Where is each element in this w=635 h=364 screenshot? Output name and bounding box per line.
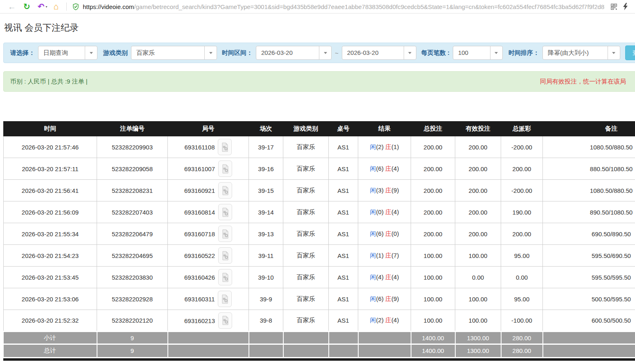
subtotal-label: 小计 [4, 332, 97, 344]
round-number: 693160213 [184, 317, 215, 324]
table-row: 2026-03-20 21:54:23523282204695693160522… [4, 245, 635, 267]
banker-result-score: (7) [391, 252, 399, 259]
cell-payout: 190.00 [501, 201, 543, 223]
cell-time: 2026-03-20 21:53:45 [4, 267, 97, 288]
cell-remark: 690.50/890.50 [543, 223, 635, 245]
video-replay-icon[interactable] [218, 161, 232, 177]
cell-table-number: AS1 [329, 180, 358, 201]
chevron-down-icon[interactable] [490, 46, 502, 59]
url-text[interactable]: https://videoie.com/game/betrecord_searc… [83, 3, 605, 10]
cell-valid-bet: 100.00 [455, 288, 501, 310]
sort-select[interactable]: 降幂(由大到小) [542, 46, 620, 60]
video-replay-icon[interactable] [218, 226, 232, 242]
cell-total-bet[interactable]: 100.00 [411, 310, 455, 332]
address-bar[interactable]: https://videoie.com/game/betrecord_searc… [71, 3, 605, 10]
cell-game-category: 百家乐 [283, 267, 329, 288]
cell-result: 闲(3) 庄(9) [358, 180, 411, 201]
cell-time: 2026-03-20 21:53:06 [4, 288, 97, 310]
cell-time: 2026-03-20 21:55:34 [4, 223, 97, 245]
cell-session: 39-16 [249, 158, 283, 180]
cell-valid-bet: 100.00 [455, 310, 501, 332]
cell-game-category: 百家乐 [283, 310, 329, 332]
sort-label: 时间排序： [508, 49, 539, 57]
cell-session: 39-9 [249, 288, 283, 310]
cell-game-category: 百家乐 [283, 223, 329, 245]
cell-table-number: AS1 [329, 267, 358, 288]
page-title: 视讯 会员下注纪录 [4, 22, 635, 34]
cell-time: 2026-03-20 21:56:09 [4, 201, 97, 223]
player-result-score: (6) [376, 230, 384, 237]
chevron-down-icon[interactable] [404, 46, 416, 59]
banker-result-label: 庄 [385, 252, 391, 259]
chevron-down-icon[interactable] [608, 46, 620, 59]
player-result-score: (6) [376, 295, 384, 302]
cell-remark: 890.50/1080.50 [543, 201, 635, 223]
url-path: /game/betrecord_search/kind3?GameType=30… [134, 3, 605, 10]
column-header-0: 时间 [4, 122, 97, 136]
cell-payout: 95.00 [501, 245, 543, 267]
cell-time: 2026-03-20 21:54:23 [4, 245, 97, 267]
cell-total-bet[interactable]: 200.00 [411, 180, 455, 201]
table-row: 2026-03-20 21:57:46523282209903693161108… [4, 136, 635, 158]
cell-time: 2026-03-20 21:52:32 [4, 310, 97, 332]
round-number: 693161007 [184, 165, 215, 172]
chevron-down-icon[interactable] [85, 46, 97, 59]
round-number: 693160311 [185, 296, 215, 303]
valid-bet-warning-text: 同局有效投注，统一计算在该局 [540, 78, 626, 86]
cell-total-bet[interactable]: 200.00 [411, 223, 455, 245]
player-result-score: (0) [376, 208, 384, 215]
bet-records-table-wrap: 时间注单编号局号场次游戏类别桌号结果总投注有效投注总派彩备注 2026-03-2… [3, 121, 635, 361]
table-header-row: 时间注单编号局号场次游戏类别桌号结果总投注有效投注总派彩备注 [4, 122, 635, 136]
summary-bar: 币别 : 人民币 | 总共 :9 注单 | 同局有效投注，统一计算在该局 [3, 71, 635, 92]
cell-total-bet[interactable]: 100.00 [411, 267, 455, 288]
refresh-icon[interactable]: ↻ [23, 2, 30, 11]
cell-table-number: AS1 [329, 223, 358, 245]
cell-result: 闲(1) 庄(7) [358, 245, 411, 267]
date-from-select[interactable]: 2026-03-20 [256, 46, 332, 60]
video-replay-icon[interactable] [218, 312, 232, 329]
round-number: 693160522 [184, 252, 215, 259]
column-header-3: 场次 [249, 122, 283, 136]
security-shield-icon[interactable] [72, 3, 79, 10]
cell-total-bet[interactable]: 200.00 [411, 136, 455, 158]
undo-dropdown-caret-icon[interactable]: ▾ [46, 5, 47, 9]
cell-bet-number: 523282202928 [97, 288, 168, 310]
back-icon[interactable]: ← [8, 2, 16, 11]
query-type-select[interactable]: 日期查询 [38, 46, 97, 60]
cell-game-category: 百家乐 [283, 180, 329, 201]
video-replay-icon[interactable] [218, 291, 232, 307]
video-replay-icon[interactable] [218, 247, 232, 264]
player-result-score: (2) [376, 317, 384, 323]
video-replay-icon[interactable] [218, 204, 232, 220]
undo-icon[interactable]: ↶ [38, 2, 45, 11]
video-replay-icon[interactable] [218, 182, 232, 199]
cell-bet-number: 523282206479 [97, 223, 168, 245]
game-category-select[interactable]: 百家乐 [131, 46, 217, 60]
banker-result-label: 庄 [385, 230, 391, 237]
player-result-label: 闲 [370, 274, 376, 280]
chevron-down-icon[interactable] [204, 46, 217, 59]
cell-remark: 595.50/595.50 [543, 267, 635, 288]
page-size-select[interactable]: 100 [453, 46, 503, 60]
cell-total-bet[interactable]: 100.00 [411, 245, 455, 267]
chevron-down-icon[interactable] [319, 46, 331, 59]
video-replay-icon[interactable] [218, 139, 232, 155]
cell-total-bet[interactable]: 100.00 [411, 288, 455, 310]
cell-round-number: 693160921 [168, 180, 249, 201]
banker-result-score: (4) [391, 208, 399, 215]
cell-total-bet[interactable]: 200.00 [411, 201, 455, 223]
round-number: 693161108 [185, 144, 215, 151]
total-valid-bet: 1300.00 [455, 344, 501, 357]
search-button[interactable]: 查询 [625, 45, 635, 60]
flash-plugin-icon[interactable] [623, 3, 628, 10]
cell-payout: -200.00 [501, 136, 543, 158]
subtotal-empty-cell [283, 332, 329, 344]
home-icon[interactable]: ⌂ [54, 2, 59, 11]
total-empty-cell [168, 344, 249, 357]
qr-code-icon[interactable] [611, 4, 617, 10]
game-category-label: 游戏类别 [103, 49, 128, 57]
cell-total-bet[interactable]: 200.00 [411, 158, 455, 180]
video-replay-icon[interactable] [218, 269, 232, 285]
date-to-select[interactable]: 2026-03-20 [342, 46, 416, 60]
cell-time: 2026-03-20 21:57:11 [4, 158, 97, 180]
